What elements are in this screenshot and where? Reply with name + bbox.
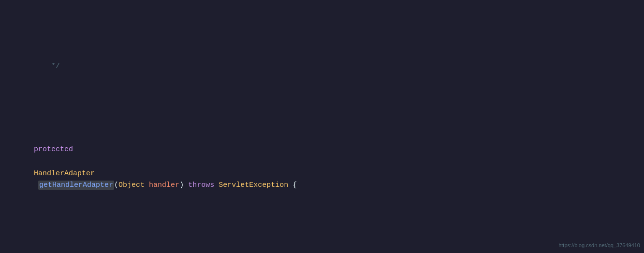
kw-protected: protected: [34, 145, 73, 154]
type-handleradapter: HandlerAdapter: [34, 169, 95, 178]
line-3: if (this.handlerAdapters != null) {: [0, 251, 644, 253]
method-name: getHandlerAdapter: [39, 181, 113, 189]
exception-type: ServletException: [219, 181, 288, 189]
kw-throws: throws: [188, 181, 214, 189]
code-container: */ protected HandlerAdapter getHandlerAd…: [0, 0, 644, 253]
line-1: */: [0, 48, 644, 85]
comment-close: */: [34, 62, 60, 70]
method-highlight: getHandlerAdapter: [38, 181, 114, 190]
param-handler: handler: [149, 181, 179, 189]
type-object: Object: [118, 181, 145, 189]
line-2: protected HandlerAdapter getHandlerAdapt…: [0, 131, 644, 204]
code-block: */ protected HandlerAdapter getHandlerAd…: [0, 0, 644, 253]
watermark: https://blog.csdn.net/qq_37649410: [558, 241, 640, 250]
